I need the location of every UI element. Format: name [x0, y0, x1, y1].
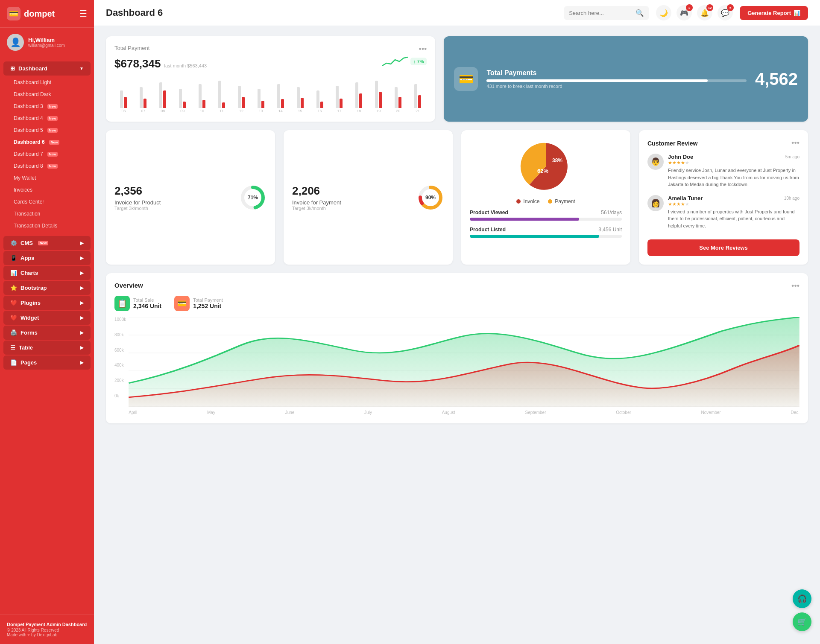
sidebar-item-transaction-details[interactable]: Transaction Details [0, 220, 94, 232]
row-2: 2,356 Invoice for Product Target 3k/mont… [106, 130, 808, 265]
y-axis-labels: 1000k 800k 600k 400k 200k 0k [114, 317, 126, 407]
bar-gray [120, 90, 123, 108]
blue-progress-bar [486, 79, 746, 82]
bar-group: 11 [213, 76, 231, 113]
overview-menu-icon[interactable]: ••• [791, 282, 800, 291]
sidebar-item-dashboard-4[interactable]: Dashboard 4New [0, 112, 94, 124]
sidebar-item-invoices[interactable]: Invoices [0, 184, 94, 196]
legend-payment: Payment [548, 198, 575, 204]
bar-group: 20 [389, 76, 407, 113]
cart-button[interactable]: 🛒 [793, 612, 811, 631]
product-viewed-label: Product Viewed [470, 210, 508, 216]
sidebar-item-cards-center[interactable]: Cards Center [0, 196, 94, 208]
bar-red [398, 97, 401, 108]
review-time-2: 10h ago [784, 196, 800, 201]
bar-red [163, 90, 166, 108]
sidebar-footer: Dompet Payment Admin Dashboard © 2023 Al… [0, 615, 94, 644]
invoice-payment-number: 2,206 [292, 184, 341, 198]
sidebar-item-table[interactable]: ☰Table ▶ [3, 341, 91, 355]
dashboard-icon: ⊞ [10, 65, 15, 72]
sidebar-item-transaction[interactable]: Transaction [0, 208, 94, 220]
user-email: william@gmail.com [28, 43, 65, 48]
svg-text:62%: 62% [537, 168, 548, 174]
chevron-right-icon: ▶ [80, 300, 84, 305]
bar-red [183, 102, 186, 108]
payment-amount: $678,345 [114, 57, 161, 70]
game-button[interactable]: 🎮 2 [676, 5, 692, 20]
footer-title: Dompet Payment Admin Dashboard [7, 622, 87, 627]
user-info: Hi,William william@gmail.com [28, 37, 65, 48]
forms-icon: 🖨️ [10, 329, 17, 336]
sidebar-item-dashboard-7[interactable]: Dashboard 7New [0, 148, 94, 160]
game-badge: 2 [686, 4, 693, 11]
sidebar-item-cms[interactable]: ⚙️CMSNew ▶ [3, 236, 91, 250]
legend-invoice: Invoice [516, 198, 539, 204]
reviewer-name-1: John Doe [668, 154, 693, 160]
sidebar-item-apps[interactable]: 📱Apps ▶ [3, 251, 91, 265]
area-chart-svg [129, 317, 800, 407]
blue-card-info: Total Payments 431 more to break last mo… [486, 69, 746, 89]
search-input[interactable] [569, 10, 632, 16]
product-listed-value: 3,456 Unit [598, 227, 622, 233]
sidebar-item-pages[interactable]: 📄Pages ▶ [3, 356, 91, 370]
nav-sections: ⚙️CMSNew ▶ 📱Apps ▶ 📊Charts ▶ ⭐Bootstrap … [0, 235, 94, 370]
product-listed-bar [470, 235, 622, 238]
new-badge: New [47, 152, 58, 157]
charts-icon: 📊 [10, 270, 17, 276]
chart-bar-icon: 📊 [794, 10, 800, 16]
bar-group: 19 [369, 76, 388, 113]
footer-made-with: Made with ♥ by DexignLab [7, 632, 87, 637]
review-stars-2: ★★★★★ [668, 201, 800, 207]
search-icon: 🔍 [636, 9, 644, 17]
donut-percent-label: 90% [417, 184, 444, 211]
pie-stats-card: 62% 38% Invoice Payment [461, 130, 630, 265]
sidebar-item-dashboard-8[interactable]: Dashboard 8New [0, 160, 94, 172]
notifications-button[interactable]: 🔔 12 [697, 5, 712, 20]
bar-group: 12 [232, 76, 250, 113]
blue-card-title: Total Payments [486, 69, 746, 77]
total-sale-icon: 📋 [114, 296, 130, 311]
review-item-1: 👨 John Doe 5m ago ★★★★★ Friendly service… [647, 154, 800, 188]
sidebar-item-dashboard-3[interactable]: Dashboard 3New [0, 100, 94, 112]
messages-button[interactable]: 💬 5 [718, 5, 733, 20]
product-listed-stat: Product Listed 3,456 Unit [470, 227, 622, 238]
bar-red [124, 97, 127, 108]
bar-group: 09 [173, 76, 192, 113]
sidebar-item-charts[interactable]: 📊Charts ▶ [3, 266, 91, 280]
bar-gray [238, 86, 241, 108]
sidebar-item-dashboard-light[interactable]: Dashboard Light [0, 76, 94, 88]
see-more-reviews-button[interactable]: See More Reviews [647, 239, 800, 256]
wallet-icon: 💳 [454, 67, 478, 91]
card-menu-icon[interactable]: ••• [419, 45, 427, 54]
legend-total-sale: 📋 Total Sale 2,346 Unit [114, 296, 161, 311]
payment-legend-label: Payment [555, 198, 575, 204]
support-button[interactable]: 🎧 [793, 589, 811, 608]
blue-card-number: 4,562 [755, 70, 798, 89]
reviewer-avatar-2: 👩 [647, 195, 664, 211]
new-badge: New [49, 140, 59, 145]
user-name: Hi,William [28, 37, 65, 43]
bar-red [301, 98, 304, 108]
bar-red [261, 101, 264, 108]
plugins-icon: ❤️ [10, 300, 17, 306]
theme-toggle-button[interactable]: 🌙 [656, 5, 671, 20]
sidebar-item-widget[interactable]: ❤️Widget ▶ [3, 311, 91, 325]
bar-gray [140, 87, 143, 108]
bar-group: 13 [252, 76, 270, 113]
sidebar-item-dashboard-dark[interactable]: Dashboard Dark [0, 88, 94, 100]
sidebar-item-forms[interactable]: 🖨️Forms ▶ [3, 326, 91, 340]
cms-icon: ⚙️ [10, 240, 17, 246]
sidebar-item-dashboard-6[interactable]: Dashboard 6New [0, 136, 94, 148]
dashboard-menu[interactable]: ⊞ Dashboard ▼ [3, 61, 91, 76]
sidebar-item-plugins[interactable]: ❤️Plugins ▶ [3, 296, 91, 310]
sidebar-item-bootstrap[interactable]: ⭐Bootstrap ▶ [3, 281, 91, 295]
hamburger-menu[interactable]: ☰ [79, 9, 87, 19]
bar-red [242, 97, 245, 108]
footer-copyright: © 2023 All Rights Reserved [7, 628, 87, 632]
review-text-1: Friendly service Josh, Lunar and everyon… [668, 167, 800, 188]
sidebar-item-dashboard-5[interactable]: Dashboard 5New [0, 124, 94, 136]
sidebar-item-my-wallet[interactable]: My Wallet [0, 172, 94, 184]
generate-report-button[interactable]: Generate Report 📊 [740, 6, 808, 20]
bar-red [359, 93, 362, 108]
review-menu-icon[interactable]: ••• [791, 139, 800, 148]
